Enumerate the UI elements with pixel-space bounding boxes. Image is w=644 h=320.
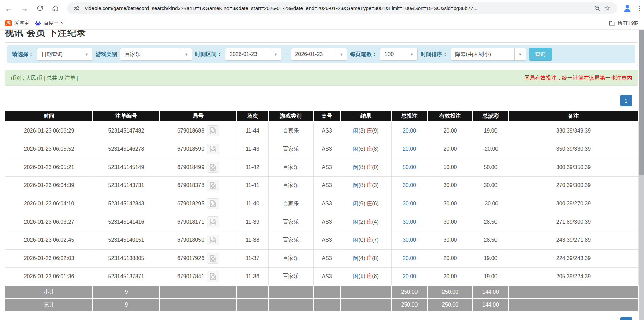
result-banker-value: (4) xyxy=(372,219,379,225)
forward-icon[interactable]: → xyxy=(18,2,31,15)
result-player-label: 闲 xyxy=(353,182,358,188)
summary-bar: 币别 : 人民币 | 总共 :9 注单 | 同局有效投注，统一计算在该局第一张注… xyxy=(5,70,638,86)
date-start-select[interactable]: 2026-01-23 ▼ xyxy=(225,48,281,61)
video-file-icon xyxy=(209,237,217,243)
game-type-label: 游戏类别 xyxy=(96,51,117,58)
cell-session: 11-40 xyxy=(237,195,268,213)
cell-payout: 19.00 xyxy=(473,249,509,267)
total-row-cell-1: 9 xyxy=(93,298,160,311)
page-size-select[interactable]: 100 ▼ xyxy=(380,48,418,61)
total-bet-link[interactable]: 20.00 xyxy=(403,273,416,279)
chevron-down-icon: ▼ xyxy=(81,48,92,60)
result-player-value: (2) xyxy=(358,219,367,225)
bookmark-taobao[interactable]: 淘 爱淘宝 xyxy=(5,20,29,26)
total-bet-link[interactable]: 20.00 xyxy=(403,146,416,152)
address-bar[interactable]: videoie.com/game/betrecord_search/kind3?… xyxy=(67,2,617,14)
zoom-icon[interactable] xyxy=(592,3,602,13)
subtotal-row: 小计9250.00250.00144.00 xyxy=(5,286,638,298)
video-replay-button[interactable] xyxy=(207,271,219,282)
video-replay-button[interactable] xyxy=(207,144,219,154)
round-id-wrap: 679018050 xyxy=(160,235,237,245)
table-header-row: 时间注单编号局号场次游戏类别桌号结果总投注有效投注总派彩备注 xyxy=(5,110,638,122)
cell-time: 2026-01-23 06:04:39 xyxy=(5,176,93,195)
result-banker-label: 庄 xyxy=(367,201,372,206)
round-id-wrap: 679018590 xyxy=(160,144,237,154)
browser-menu-icon[interactable]: ⋮ xyxy=(635,3,644,14)
cell-payout: 28.50 xyxy=(473,213,509,231)
date-end-select[interactable]: 2026-01-23 ▼ xyxy=(291,48,347,61)
video-replay-button[interactable] xyxy=(207,235,219,245)
cell-time: 2026-01-23 06:05:21 xyxy=(5,158,93,176)
cell-total-bet[interactable]: 20.00 xyxy=(391,122,428,140)
cell-game-type: 百家乐 xyxy=(268,140,313,158)
cell-total-bet[interactable]: 50.00 xyxy=(391,158,428,176)
result-banker-label: 庄 xyxy=(367,219,372,225)
total-bet-link[interactable]: 20.00 xyxy=(403,128,416,134)
cell-total-bet[interactable]: 20.00 xyxy=(391,267,428,286)
scrollbar-thumb[interactable] xyxy=(639,30,644,175)
total-bet-link[interactable]: 30.00 xyxy=(403,201,416,206)
column-header-10: 备注 xyxy=(509,110,638,122)
video-replay-button[interactable] xyxy=(207,253,219,264)
video-replay-button[interactable] xyxy=(207,162,219,173)
result-player-value: (9) xyxy=(358,201,367,206)
video-file-icon xyxy=(209,219,217,225)
round-id-value: 679018590 xyxy=(177,146,204,152)
bookmark-baidu[interactable]: 百度一下 xyxy=(35,20,64,26)
total-bet-link[interactable]: 30.00 xyxy=(403,219,416,225)
search-button[interactable]: 查询 xyxy=(529,48,552,61)
home-icon[interactable] xyxy=(49,2,62,15)
cell-game-type: 百家乐 xyxy=(268,249,313,267)
cell-total-bet[interactable]: 30.00 xyxy=(391,231,428,249)
refresh-icon[interactable] xyxy=(33,2,47,15)
video-replay-button[interactable] xyxy=(207,198,219,209)
bookmark-star-icon[interactable]: ☆ xyxy=(602,3,612,13)
date-range-tilde: ~ xyxy=(285,51,288,57)
video-replay-button[interactable] xyxy=(207,216,219,227)
round-id-wrap: 679018688 xyxy=(160,125,237,136)
result-player-value: (0) xyxy=(358,237,367,243)
total-bet-link[interactable]: 20.00 xyxy=(403,255,416,261)
cell-round-id: 679018378 xyxy=(160,176,237,195)
result-banker-label: 庄 xyxy=(367,237,372,243)
cell-total-bet[interactable]: 20.00 xyxy=(391,249,428,267)
result-player-value: (3) xyxy=(358,128,367,134)
cell-table-no: AS3 xyxy=(313,213,341,231)
total-bet-link[interactable]: 30.00 xyxy=(403,237,416,243)
cell-time: 2026-01-23 06:02:45 xyxy=(5,231,93,249)
browser-scrollbar[interactable] xyxy=(639,30,644,320)
sort-select[interactable]: 降冪(由大到小) ▼ xyxy=(451,48,526,61)
profile-avatar[interactable] xyxy=(622,3,633,14)
tune-icon[interactable] xyxy=(72,3,82,13)
round-id-value: 679018050 xyxy=(177,237,204,243)
cell-total-bet[interactable]: 30.00 xyxy=(391,176,428,195)
result-banker-label: 庄 xyxy=(367,182,372,188)
chevron-down-icon: ▼ xyxy=(336,48,347,60)
video-replay-button[interactable] xyxy=(207,125,219,136)
round-id-value: 679018171 xyxy=(177,219,204,225)
total-bet-link[interactable]: 50.00 xyxy=(403,164,416,170)
cell-session: 11-44 xyxy=(237,122,268,140)
total-row: 总计9250.00250.00144.00 xyxy=(5,298,638,311)
chevron-down-icon: ▼ xyxy=(406,48,417,60)
back-icon[interactable]: ← xyxy=(2,2,16,15)
video-replay-button[interactable] xyxy=(207,180,219,191)
query-type-value: 日期查询 xyxy=(37,48,81,60)
cell-total-bet[interactable]: 20.00 xyxy=(391,140,428,158)
cell-total-bet[interactable]: 30.00 xyxy=(391,213,428,231)
round-id-value: 679018295 xyxy=(177,201,204,207)
pagination-page-1-top[interactable]: 1 xyxy=(620,95,632,106)
pagination-page-1-bottom[interactable]: 1 xyxy=(620,317,632,320)
video-file-icon xyxy=(209,182,217,189)
cell-total-bet[interactable]: 30.00 xyxy=(391,195,428,213)
total-row-cell-8: 250.00 xyxy=(428,298,473,311)
url-text[interactable]: videoie.com/game/betrecord_search/kind3?… xyxy=(85,5,592,11)
game-type-select[interactable]: 百家乐 ▼ xyxy=(120,48,192,61)
total-bet-link[interactable]: 30.00 xyxy=(403,182,416,188)
round-id-wrap: 679018499 xyxy=(160,162,237,173)
subtotal-row-cell-4 xyxy=(268,286,313,298)
cell-note: 330.39/349.39 xyxy=(509,122,638,140)
bookmark-label: 百度一下 xyxy=(44,20,64,26)
query-type-select[interactable]: 日期查询 ▼ xyxy=(37,48,92,61)
all-bookmarks-button[interactable]: 所有书签 xyxy=(609,20,638,26)
